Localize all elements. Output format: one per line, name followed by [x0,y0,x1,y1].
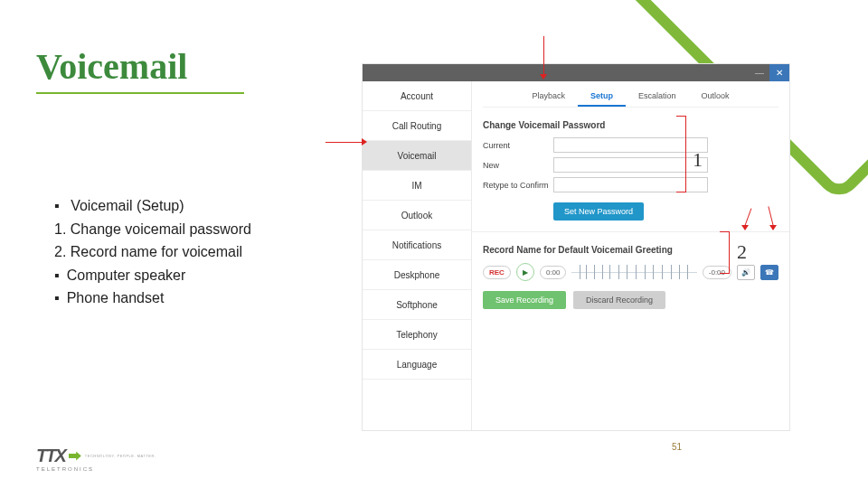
sidenav-item-deskphone[interactable]: Deskphone [363,260,471,290]
page-title: Voicemail [36,45,187,88]
tab-setup[interactable]: Setup [578,87,626,107]
section-change-password: Change Voicemail Password [483,120,778,130]
annotation-arrowhead-setup [540,74,547,80]
minimize-icon[interactable]: — [750,64,769,81]
sidenav-item-account[interactable]: Account [363,81,471,111]
play-icon[interactable]: ▶ [516,263,534,281]
annotation-arrow-voicemail [326,142,362,143]
annotation-bracket-1 [676,116,686,192]
waveform[interactable] [571,262,696,282]
sidenav-item-telephony[interactable]: Telephony [363,320,471,350]
sidenav-item-language[interactable]: Language [363,350,471,380]
sidenav-item-outlook[interactable]: Outlook [363,201,471,230]
bullet-list: Voicemail (Setup) Change voicemail passw… [54,194,251,310]
title-underline [36,92,244,94]
tab-escalation[interactable]: Escalation [626,87,689,107]
handset-icon[interactable]: ☎ [760,265,778,280]
speaker-icon[interactable]: 🔊 [737,265,755,280]
sub-bullet-1: Computer speaker [67,267,186,283]
sidenav-item-softphone[interactable]: Softphone [363,290,471,320]
record-button[interactable]: REC [483,266,511,279]
annotation-arrowhead-handset [769,225,777,230]
sidenav: Account Call Routing Voicemail IM Outloo… [363,81,472,430]
close-icon[interactable]: ✕ [769,64,789,81]
logo-tagline: TECHNOLOGY. PEOPLE. MATTER. [85,454,156,458]
label-retype: Retype to Confirm [483,181,553,190]
logo-mark: TTX [36,446,65,466]
sidenav-item-im[interactable]: IM [363,171,471,201]
tabs: Playback Setup Escalation Outlook [483,87,778,108]
annotation-label-2: 2 [737,240,747,264]
sidenav-item-call-routing[interactable]: Call Routing [363,111,471,141]
sidenav-item-voicemail[interactable]: Voicemail [363,141,471,171]
app-titlebar: — ✕ [363,64,789,81]
logo: TTX TECHNOLOGY. PEOPLE. MATTER. TELETRON… [36,446,156,472]
page-number: 51 [672,442,682,452]
discard-recording-button[interactable]: Discard Recording [573,291,665,309]
set-new-password-button[interactable]: Set New Password [553,202,644,221]
arrow-icon [69,452,81,461]
annotation-bracket-2 [720,231,730,274]
section-record-name: Record Name for Default Voicemail Greeti… [483,245,778,255]
label-current: Current [483,141,553,150]
bullet-item-2: Record name for voicemail [54,240,251,264]
annotation-arrow-setup [543,36,544,74]
elapsed-time: 0:00 [540,266,567,279]
annotation-arrowhead-speaker [741,225,749,230]
bullet-item-1: Change voicemail password [54,218,251,241]
tab-playback[interactable]: Playback [519,87,578,107]
annotation-arrowhead-voicemail [362,138,367,145]
bullet-root: Voicemail (Setup) [71,198,184,213]
divider [472,231,789,232]
annotation-label-1: 1 [693,148,703,172]
save-recording-button[interactable]: Save Recording [483,291,566,309]
sidenav-item-notifications[interactable]: Notifications [363,230,471,260]
label-new: New [483,161,553,170]
sub-bullet-2: Phone handset [67,290,165,305]
tab-outlook[interactable]: Outlook [689,87,742,107]
logo-subtitle: TELETRONICS [36,466,156,472]
